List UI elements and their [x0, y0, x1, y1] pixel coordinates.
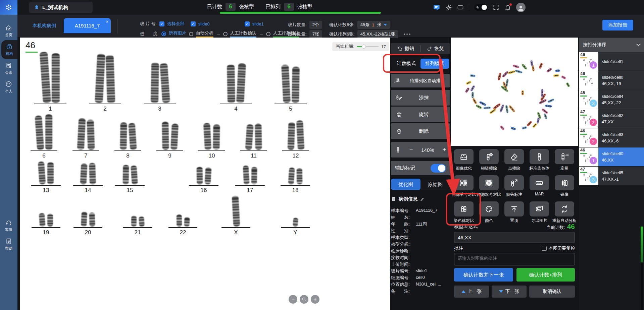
karyotype-group-Y[interactable]: Y	[281, 194, 310, 236]
chromosome[interactable]	[236, 63, 246, 103]
metaphase-preview[interactable]	[451, 38, 578, 146]
chromosome[interactable]	[162, 122, 169, 150]
arrange-mode-button[interactable]: 排列模式	[420, 59, 449, 69]
zoom-plus-button[interactable]: +	[442, 146, 446, 153]
chromosome[interactable]	[35, 115, 44, 150]
cell-thumbnail[interactable]: 462	[579, 128, 598, 147]
redo-button[interactable]: 恢复	[421, 46, 450, 52]
step-auto-radio[interactable]	[189, 32, 193, 36]
rotate-button[interactable]: 旋转	[391, 107, 450, 122]
standard-chromosome-button[interactable]	[530, 149, 549, 164]
arrow-annotate-button[interactable]	[504, 175, 524, 190]
chromosome[interactable]	[87, 120, 95, 150]
cell-list-item-slide0-cell0[interactable]: 46slide0/cell046,XX,-19	[579, 71, 644, 90]
karyotype-group-14[interactable]: 14	[73, 158, 103, 194]
auto-arrange-button[interactable]: 待排列区自动排	[391, 74, 450, 87]
note-input[interactable]	[454, 253, 575, 265]
karyotype-group-1[interactable]: 1	[34, 48, 66, 112]
cell-list-item-slide1-cell2[interactable]: 472slide1/cell247,XX	[579, 109, 644, 128]
dark-mode-toggle[interactable]	[474, 4, 488, 11]
app-logo-icon[interactable]	[0, 0, 17, 15]
karyotype-group-3[interactable]: 3	[144, 48, 176, 112]
chromosome[interactable]	[45, 114, 52, 150]
chromosome[interactable]	[245, 124, 253, 150]
slide0-label[interactable]: slide0	[198, 21, 210, 26]
chromosome[interactable]	[296, 168, 302, 184]
sidebar-item-personal[interactable]: 个人	[0, 78, 17, 97]
mar-button[interactable]: MAR	[530, 175, 549, 190]
chromosome[interactable]	[52, 53, 60, 103]
reanalyze-button[interactable]	[555, 201, 574, 216]
chromosome[interactable]	[243, 166, 249, 185]
fullscreen-icon[interactable]	[493, 4, 499, 11]
chromosome[interactable]	[196, 167, 203, 184]
karyotype-group-13[interactable]: 13	[31, 158, 61, 194]
cancel-confirm-button[interactable]: 取消确认	[529, 286, 575, 298]
tab-org-cases[interactable]: 本机构病例	[33, 23, 56, 29]
prev-button[interactable]: 上一张	[454, 286, 489, 298]
brush-slider[interactable]	[357, 46, 379, 47]
slide1-checkbox[interactable]: ✓	[245, 21, 250, 26]
chromosome[interactable]	[296, 120, 304, 150]
confirm-count-dropdown[interactable]: 45条 1 张	[357, 21, 390, 29]
homolog-single-compare-button[interactable]	[454, 175, 474, 190]
select-all-checkbox[interactable]: ✓	[159, 21, 164, 26]
karyotype-group-4[interactable]: 4	[220, 48, 252, 112]
delete-button[interactable]: 删除	[391, 123, 450, 139]
slide1-label[interactable]: slide1	[252, 21, 264, 26]
recheck-checkbox[interactable]	[542, 246, 547, 251]
paint-button[interactable]: 涂抹	[391, 90, 450, 106]
zoom-minus-button[interactable]: −	[409, 146, 413, 153]
confirm-count-arrange-button[interactable]: 确认计数+排列	[516, 268, 575, 282]
homolog-double-compare-button[interactable]	[479, 175, 499, 190]
dot-erase-button[interactable]	[504, 149, 524, 164]
band-position-button[interactable]: -11.2	[555, 149, 574, 164]
optimized-view-button[interactable]: 优化图	[391, 179, 420, 190]
chromosome[interactable]	[39, 52, 51, 103]
karyotype-canvas[interactable]: 46 画笔粗细: 17 1234567891011121314151617181…	[20, 38, 390, 310]
user-avatar[interactable]	[516, 3, 526, 12]
chromosome[interactable]	[287, 122, 295, 150]
chromosome[interactable]	[227, 65, 235, 103]
chromosome[interactable]	[251, 167, 257, 184]
chromosome[interactable]	[255, 124, 262, 150]
chromosome[interactable]	[131, 165, 138, 184]
chromosome[interactable]	[204, 168, 211, 185]
chromosome[interactable]	[293, 218, 298, 227]
sort-dropdown[interactable]: 按打分排序	[579, 38, 644, 52]
cell-thumbnail[interactable]: 461	[579, 52, 598, 71]
keyboard-icon[interactable]	[457, 4, 464, 11]
chromosome[interactable]	[150, 63, 159, 103]
gear-icon[interactable]	[445, 4, 452, 11]
cell-thumbnail[interactable]: 453	[579, 90, 598, 109]
chromosome[interactable]	[281, 65, 291, 103]
edit-pencil-icon[interactable]	[420, 197, 425, 202]
chromosome[interactable]	[170, 124, 178, 150]
sidebar-item-service[interactable]: 客服	[0, 216, 17, 235]
tab-case-active[interactable]: A191116_7 ×	[64, 18, 111, 33]
pin-top-button[interactable]	[504, 201, 524, 216]
confirm-count-next-button[interactable]: 确认计数并下一张	[454, 268, 513, 282]
step-all-radio[interactable]	[161, 32, 166, 36]
karyotype-group-X[interactable]: X	[221, 194, 250, 236]
chromosome[interactable]	[38, 161, 46, 184]
karyotype-group-11[interactable]: 11	[240, 112, 267, 159]
mirror-button[interactable]	[555, 175, 574, 190]
original-view-button[interactable]: 原始图	[420, 179, 450, 190]
chromosome[interactable]	[213, 124, 220, 150]
karyotype-group-7[interactable]: 7	[72, 112, 99, 159]
chromosome[interactable]	[122, 165, 129, 184]
karyotype-group-19[interactable]: 19	[32, 194, 60, 236]
chromosome[interactable]	[95, 54, 105, 103]
export-image-button[interactable]	[530, 201, 549, 216]
chromosome[interactable]	[105, 55, 115, 103]
chromosome[interactable]	[47, 162, 54, 184]
cell-list-item-slide1-cell4[interactable]: 453slide1/cell445,XX,-22	[579, 90, 644, 109]
sidebar-item-home[interactable]: 首页	[0, 21, 17, 40]
select-all-label[interactable]: 选择全部	[167, 21, 185, 27]
color-button[interactable]	[479, 201, 499, 216]
chromosome[interactable]	[232, 196, 240, 227]
chromosome[interactable]	[80, 164, 87, 185]
chromosome[interactable]	[203, 123, 211, 150]
karyotype-group-21[interactable]: 21	[123, 194, 152, 236]
